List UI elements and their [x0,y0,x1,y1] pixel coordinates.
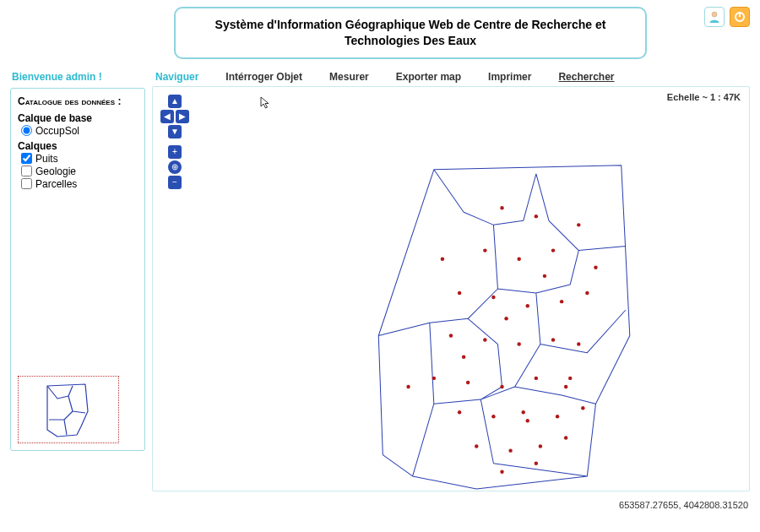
tool-rechercher[interactable]: Rechercher [558,71,614,83]
well-point[interactable] [458,291,461,295]
catalogue-title: Catalogue des données : [18,95,138,107]
well-point[interactable] [504,317,508,320]
map-viewport[interactable]: Echelle ~ 1 : 47K ▲ ◀ ▶ ▼ + ⊕ − [152,86,750,491]
well-point[interactable] [594,265,597,269]
power-icon [734,11,746,23]
well-point[interactable] [483,248,486,252]
well-point[interactable] [483,338,486,341]
well-point[interactable] [568,376,572,379]
well-point[interactable] [491,296,495,299]
layer-name: Puits [35,153,58,165]
map-toolbar: Naviguer Intérroger Objet Mesurer Export… [152,66,750,86]
welcome-text: Bienvenue admin ! [10,66,145,88]
layer-item-geologie[interactable]: Geologie [21,166,138,177]
base-layer-radio[interactable] [21,125,32,136]
layer-checkbox[interactable] [21,166,32,176]
zoom-extent-button[interactable]: ⊕ [168,160,182,174]
well-point[interactable] [577,342,580,345]
well-point[interactable] [564,385,567,388]
base-layer-heading: Calque de base [18,112,138,124]
pan-right-button[interactable]: ▶ [176,110,189,123]
well-point[interactable] [517,257,520,260]
svg-point-0 [712,12,717,17]
well-point[interactable] [475,444,478,448]
well-point[interactable] [551,248,555,252]
map-canvas [153,87,749,491]
well-point[interactable] [535,461,538,464]
layer-name: Parcelles [35,178,77,190]
well-point[interactable] [560,300,563,303]
coords-readout: 653587.27655, 4042808.31520 [0,497,760,513]
well-point[interactable] [581,406,584,410]
tool-exporter[interactable]: Exporter map [396,71,461,83]
well-point[interactable] [556,415,559,418]
well-point[interactable] [500,470,503,473]
well-point[interactable] [462,355,465,358]
pan-up-button[interactable]: ▲ [168,95,182,108]
pan-down-button[interactable]: ▼ [168,125,182,138]
well-point[interactable] [543,274,546,277]
pan-left-button[interactable]: ◀ [160,110,174,123]
app-title: Système d'Information Géographique Web d… [174,7,647,59]
well-point[interactable] [466,381,470,384]
well-point[interactable] [526,304,529,307]
well-point[interactable] [535,376,538,379]
logout-button[interactable] [730,7,750,27]
layer-name: Geologie [35,166,76,177]
well-point[interactable] [539,444,542,448]
zoom-in-button[interactable]: + [168,145,182,159]
well-point[interactable] [500,385,503,388]
well-point[interactable] [491,415,495,418]
layer-item-parcelles[interactable]: Parcelles [21,178,138,190]
layer-checkbox[interactable] [21,153,32,164]
tool-mesurer[interactable]: Mesurer [329,71,369,83]
overview-map[interactable] [18,376,119,443]
layer-catalogue: Catalogue des données : Calque de base O… [10,88,145,451]
well-point[interactable] [577,223,580,226]
well-point[interactable] [458,410,461,414]
user-account-button[interactable] [704,7,725,27]
well-point[interactable] [551,338,555,341]
well-point[interactable] [508,448,512,452]
base-layer-name: OccupSol [35,125,79,137]
well-point[interactable] [441,257,444,260]
well-point[interactable] [526,419,529,422]
wells-layer [406,206,597,474]
well-point[interactable] [406,385,410,388]
layers-heading: Calques [18,140,138,152]
well-point[interactable] [535,214,538,218]
globe-icon: ⊕ [171,162,178,171]
tool-interroger[interactable]: Intérroger Objet [225,71,302,83]
layer-checkbox[interactable] [21,178,32,189]
scale-readout: Echelle ~ 1 : 47K [667,92,741,102]
well-point[interactable] [522,410,525,414]
tool-imprimer[interactable]: Imprimer [488,71,531,83]
zoom-out-button[interactable]: − [168,176,182,189]
base-layer-item[interactable]: OccupSol [21,125,138,137]
well-point[interactable] [564,436,567,439]
well-point[interactable] [517,342,520,345]
well-point[interactable] [432,376,436,379]
layer-item-puits[interactable]: Puits [21,153,138,165]
pan-zoom-controls: ▲ ◀ ▶ ▼ + ⊕ − [160,94,190,190]
well-point[interactable] [449,334,453,337]
user-icon [708,10,721,24]
tool-naviguer[interactable]: Naviguer [155,71,198,83]
well-point[interactable] [585,291,589,295]
parcels-layer [378,166,630,489]
well-point[interactable] [500,206,503,209]
overview-map-icon [39,377,98,441]
